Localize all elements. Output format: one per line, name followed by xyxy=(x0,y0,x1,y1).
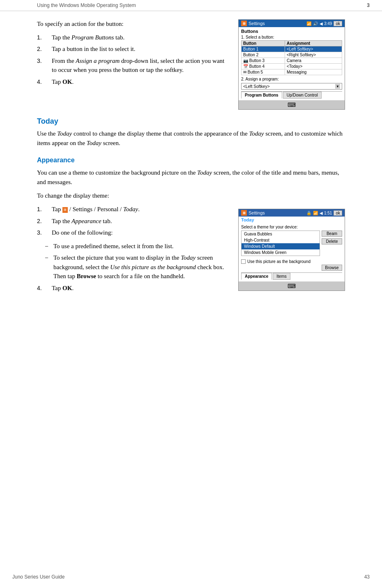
appearance-para2: To change the display theme: xyxy=(37,191,345,201)
button-name: ✉ Button 5 xyxy=(242,69,285,75)
program-dropdown-row: <Left Softkey> ▼ xyxy=(241,83,342,90)
screenshot2-time: ◀ 1:51 xyxy=(320,211,332,215)
screenshot-title: Settings xyxy=(249,21,265,26)
tab-items[interactable]: Items xyxy=(273,273,290,280)
theme-buttons-col: Beam Delete xyxy=(322,231,342,258)
step-content: Tap a button in the list to select it. xyxy=(52,44,230,54)
screenshot2-container: ⊞ Settings 🔒 📶 ◀ 1:51 ok Today Select a … xyxy=(238,205,345,291)
screenshot2-titlebar: ⊞ Settings 🔒 📶 ◀ 1:51 ok xyxy=(239,209,345,217)
theme-item[interactable]: Windows Mobile Green xyxy=(242,249,320,256)
step-content: Tap ⊞ / Settings / Personal / Today. xyxy=(52,205,230,214)
message-icon: ✉ xyxy=(243,70,246,74)
buttons-section: To specify an action for the button: 1. … xyxy=(37,19,345,110)
keyboard-icon: ⌨ xyxy=(239,100,345,109)
footer-left: Juno Series User Guide xyxy=(12,574,64,580)
dash-symbol: – xyxy=(45,242,53,251)
tab-bar: Program Buttons Up/Down Control xyxy=(241,91,342,99)
theme-item-selected[interactable]: Windows Default xyxy=(242,243,320,249)
header-page-number: 3 xyxy=(367,2,370,8)
screenshot2-body: Select a theme for your device: Guava Bu… xyxy=(239,223,345,281)
buttons-text-col: To specify an action for the button: 1. … xyxy=(37,19,230,90)
main-content: To specify an action for the button: 1. … xyxy=(0,11,382,321)
browse-button[interactable]: Browse xyxy=(322,265,342,271)
step-number: 4. xyxy=(37,284,52,293)
assign-program-label: 2. Assign a program: xyxy=(241,77,342,81)
step-number: 4. xyxy=(37,77,52,87)
appearance-steps-col: 1. Tap ⊞ / Settings / Personal / Today. … xyxy=(37,205,345,297)
step-content: From the Assign a program drop-down list… xyxy=(52,56,230,75)
background-checkbox[interactable] xyxy=(241,259,246,264)
dropdown-value: <Left Softkey> xyxy=(243,84,270,89)
list-item: 4. Tap OK. xyxy=(37,284,230,293)
camera-icon: 📷 xyxy=(243,58,248,63)
tab-appearance[interactable]: Appearance xyxy=(241,273,272,280)
list-item: 4. Tap OK. xyxy=(37,77,230,87)
lock-icon: 🔒 xyxy=(306,211,311,215)
screenshot2-title: Settings xyxy=(249,210,265,215)
sub-steps-list: – To use a predefined theme, select it f… xyxy=(45,242,230,281)
ok-button2[interactable]: ok xyxy=(334,210,342,216)
theme-item[interactable]: High-Contrast xyxy=(242,237,320,243)
appearance-section: Appearance You can use a theme to custom… xyxy=(37,157,345,297)
calendar-icon: 📅 xyxy=(243,64,248,69)
delete-button[interactable]: Delete xyxy=(322,238,342,244)
buttons-table: Button Assignment Button 1 <Left Softkey… xyxy=(241,40,342,75)
browse-button-row: Browse xyxy=(241,265,342,271)
background-checkbox-row: Use this picture as the background xyxy=(241,259,342,264)
header-title: Using the Windows Mobile Operating Syste… xyxy=(37,2,136,8)
button-name: Button 1 xyxy=(242,46,285,52)
table-row[interactable]: 📷 Button 3 Camera xyxy=(242,58,342,64)
signal-icon: 📶 xyxy=(306,21,311,26)
screenshot-titlebar: ⊞ Settings 📶 🔊 ◀ 3:49 ok xyxy=(239,20,345,27)
step-content: Tap the Appearance tab. xyxy=(52,217,230,226)
step-number: 3. xyxy=(37,228,52,238)
sub-step-content: To use a predefined theme, select it fro… xyxy=(53,242,174,251)
screenshot-body: Buttons 1. Select a button: Button Assig… xyxy=(239,27,345,100)
page-header: Using the Windows Mobile Operating Syste… xyxy=(0,0,382,11)
start-button-icon: ⊞ xyxy=(62,207,68,213)
buttons-label: Buttons xyxy=(241,29,342,34)
step-number: 3. xyxy=(37,56,52,75)
today-para: Use the Today control to change the disp… xyxy=(37,129,345,148)
theme-item[interactable]: Guava Bubbles xyxy=(242,231,320,237)
theme-list: Guava Bubbles High-Contrast Windows Defa… xyxy=(241,231,320,256)
intro-paragraph: To specify an action for the button: xyxy=(37,19,230,29)
tab-bar2: Appearance Items xyxy=(241,272,342,280)
list-item: 3. From the Assign a program drop-down l… xyxy=(37,56,230,75)
steps-list-appearance: 1. Tap ⊞ / Settings / Personal / Today. … xyxy=(37,205,230,238)
step-number: 1. xyxy=(37,33,52,42)
today-heading: Today xyxy=(37,117,345,126)
button-assignment: Messaging xyxy=(285,69,342,75)
dropdown-arrow-icon: ▼ xyxy=(335,84,340,89)
list-item: 2. Tap the Appearance tab. xyxy=(37,217,230,226)
tab-program-buttons[interactable]: Program Buttons xyxy=(241,92,282,99)
program-dropdown[interactable]: <Left Softkey> ▼ xyxy=(241,83,342,90)
button-assignment: <Left Softkey> xyxy=(285,46,342,52)
footer-right: 43 xyxy=(364,574,370,580)
step-content: Do one of the following: xyxy=(52,228,230,238)
theme-select-label: Select a theme for your device: xyxy=(241,225,342,229)
ok-button[interactable]: ok xyxy=(334,21,342,26)
theme-list-col: Guava Bubbles High-Contrast Windows Defa… xyxy=(241,231,320,258)
screenshot-today: ⊞ Settings 🔒 📶 ◀ 1:51 ok Today Select a … xyxy=(238,209,345,291)
table-row[interactable]: ✉ Button 5 Messaging xyxy=(242,69,342,75)
list-item: – To use a predefined theme, select it f… xyxy=(45,242,230,251)
button-assignment: <Right Softkey> xyxy=(285,52,342,58)
table-row[interactable]: Button 2 <Right Softkey> xyxy=(242,52,342,58)
beam-button[interactable]: Beam xyxy=(322,231,342,237)
button-name: Button 2 xyxy=(242,52,285,58)
table-row[interactable]: Button 1 <Left Softkey> xyxy=(242,46,342,52)
select-button-label: 1. Select a button: xyxy=(241,35,342,39)
button-assignment: Camera xyxy=(285,58,342,64)
list-item: 2. Tap a button in the list to select it… xyxy=(37,44,230,54)
screenshot1-container: ⊞ Settings 📶 🔊 ◀ 3:49 ok Buttons 1. Sele… xyxy=(238,19,345,110)
list-item: 1. Tap ⊞ / Settings / Personal / Today. xyxy=(37,205,230,214)
screenshot-time: ◀ 3:49 xyxy=(320,21,332,26)
step4-list: 4. Tap OK. xyxy=(37,284,230,293)
table-row[interactable]: 📅 Button 4 <Today> xyxy=(242,64,342,69)
screenshot-buttons: ⊞ Settings 📶 🔊 ◀ 3:49 ok Buttons 1. Sele… xyxy=(238,19,345,110)
col-button: Button xyxy=(242,41,285,46)
button-name: 📅 Button 4 xyxy=(242,64,285,69)
step-number: 1. xyxy=(37,205,52,214)
tab-updown-control[interactable]: Up/Down Control xyxy=(283,92,322,99)
